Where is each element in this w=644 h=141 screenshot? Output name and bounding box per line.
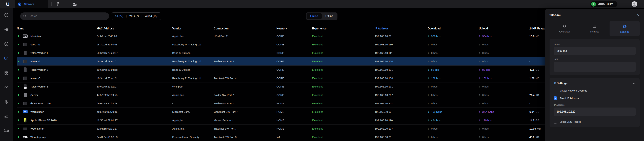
- checkbox-icon: [554, 89, 557, 92]
- checkbox-local-dns-record[interactable]: Local DNS Record: [554, 120, 636, 123]
- filter-wifi[interactable]: WiFi (7): [130, 15, 139, 18]
- connection: -: [214, 43, 276, 46]
- sidebar-item-sdwan[interactable]: [4, 99, 9, 104]
- download-cell: ↓0 bps: [428, 60, 479, 63]
- upload-cell: ↑0 bps: [479, 127, 530, 130]
- sidebar-item-topology[interactable]: [4, 27, 9, 32]
- client-name: talos-m1: [30, 43, 40, 46]
- ip-address-field[interactable]: [554, 107, 636, 116]
- column-header[interactable]: Network: [276, 27, 312, 30]
- search-icon: [23, 15, 26, 18]
- filter-wired[interactable]: Wired (15): [145, 15, 158, 18]
- vendor: Bang & Olufsen: [172, 68, 214, 71]
- bar-chart-icon: [592, 24, 597, 29]
- user-avatar[interactable]: [632, 1, 637, 7]
- connection: -: [214, 52, 276, 55]
- download-cell: ↓336 bps: [428, 35, 479, 38]
- column-header[interactable]: MAC Address: [97, 27, 172, 30]
- search-input[interactable]: [28, 15, 106, 18]
- experience: Excellent: [312, 127, 375, 130]
- vendor: -: [172, 102, 214, 105]
- experience: Excellent: [312, 102, 375, 105]
- client-name: Workstation: [30, 110, 44, 113]
- ports-icon: [4, 71, 9, 75]
- connection: Master Bedroom: [214, 119, 276, 122]
- network: HOME: [276, 102, 312, 105]
- protect-app-icon[interactable]: [56, 2, 61, 7]
- toggle-online[interactable]: Online: [306, 13, 322, 19]
- tab-insights[interactable]: Insights: [580, 21, 610, 36]
- vendor: Bang & Olufsen: [172, 52, 214, 55]
- checkbox-icon: [554, 120, 557, 123]
- column-header[interactable]: IP Address: [375, 27, 428, 30]
- admins-app-icon[interactable]: [72, 2, 77, 7]
- status-dot-online: [18, 128, 19, 129]
- checkbox-virtual-network-override[interactable]: Virtual Network Override: [554, 89, 636, 92]
- mac-address: de:e6:3a:8c:b2:f9: [97, 102, 172, 105]
- sidebar-item-hotspot[interactable]: [4, 128, 9, 133]
- connection: Trapkast-SW Port 4: [214, 77, 276, 80]
- console-switcher[interactable]: UDM: [590, 1, 618, 7]
- status-dot-online: [18, 52, 19, 54]
- client-name: Talos-Worker-3: [30, 85, 48, 88]
- status-dot-online: [18, 94, 19, 96]
- device-icon: [22, 110, 28, 113]
- network: CORE: [276, 35, 312, 38]
- sidebar-item-unifi-devices[interactable]: [4, 41, 9, 46]
- upload-cell: ↑120 bps: [479, 119, 530, 122]
- ip-address: 192.168.10.21: [375, 35, 428, 38]
- search-box[interactable]: [20, 13, 109, 20]
- device-icon: [22, 77, 28, 80]
- tab-settings[interactable]: Settings: [610, 21, 640, 36]
- upload-cell: ↑0 bps: [479, 93, 530, 97]
- column-header[interactable]: Vendor: [172, 27, 214, 30]
- client-name: Warmtepomp: [30, 136, 46, 139]
- experience: Excellent: [312, 85, 375, 88]
- ip-address: 192.168.20.110: [375, 119, 428, 122]
- network: CORE: [276, 85, 312, 88]
- device-icon: [22, 102, 28, 105]
- close-icon[interactable]: ×: [637, 14, 640, 17]
- network-app-icon: [18, 2, 22, 7]
- sidebar-item-insights[interactable]: [4, 85, 9, 90]
- device-icon: [22, 51, 28, 55]
- column-header[interactable]: Upload: [479, 27, 530, 30]
- network: CORE: [276, 43, 312, 46]
- tab-network[interactable]: Network: [15, 0, 48, 9]
- tab-overview[interactable]: Overview: [550, 21, 580, 36]
- upload-cell: ↑0 bps: [479, 51, 530, 55]
- ip-address: 192.168.10.110: [375, 43, 428, 46]
- client-name: Apple iPhone SE 2020: [30, 119, 57, 122]
- status-dot-online: [18, 103, 19, 104]
- sidebar-item-clients[interactable]: [4, 56, 9, 61]
- vendor: Apple, Inc.: [172, 35, 214, 38]
- unifi-logo[interactable]: U: [4, 1, 11, 7]
- sidebar-item-statistics[interactable]: [4, 114, 9, 119]
- column-header[interactable]: Name: [17, 27, 97, 30]
- vendor: Foscam Home Security: [172, 136, 214, 139]
- experience: Excellent: [312, 77, 375, 80]
- panel-tabs: Overview Insights Settings: [550, 21, 640, 36]
- chevron-up-icon[interactable]: [632, 82, 636, 84]
- sidebar-item-dashboard[interactable]: [4, 13, 9, 18]
- download-cell: ↓88 bps: [428, 68, 479, 72]
- column-header[interactable]: Experience: [312, 27, 375, 30]
- mac-address: c0:95:6d:5b:31:17: [97, 127, 172, 130]
- ip-address: 192.168.10.207: [375, 102, 428, 105]
- upload-cell: ↑37.4 Kbps: [479, 110, 530, 113]
- checkbox-fixed-ip-address[interactable]: Fixed IP Address: [554, 96, 636, 100]
- upload-cell: ↑304 bps: [479, 35, 530, 38]
- note-field[interactable]: [554, 62, 636, 72]
- column-header[interactable]: Download: [428, 27, 479, 30]
- tab-settings-label: Settings: [620, 30, 629, 33]
- toggle-offline[interactable]: Offline: [322, 13, 337, 19]
- name-field[interactable]: [554, 47, 636, 55]
- mac-address: d2:58:a4:52:01:27: [97, 119, 172, 122]
- experience: Excellent: [312, 35, 375, 38]
- sidebar-item-ports[interactable]: [4, 70, 9, 75]
- experience: Excellent: [312, 43, 375, 46]
- experience: Excellent: [312, 136, 375, 139]
- column-header[interactable]: Connection: [214, 27, 276, 30]
- filter-all[interactable]: All (22): [115, 15, 123, 18]
- connection: -: [214, 68, 276, 71]
